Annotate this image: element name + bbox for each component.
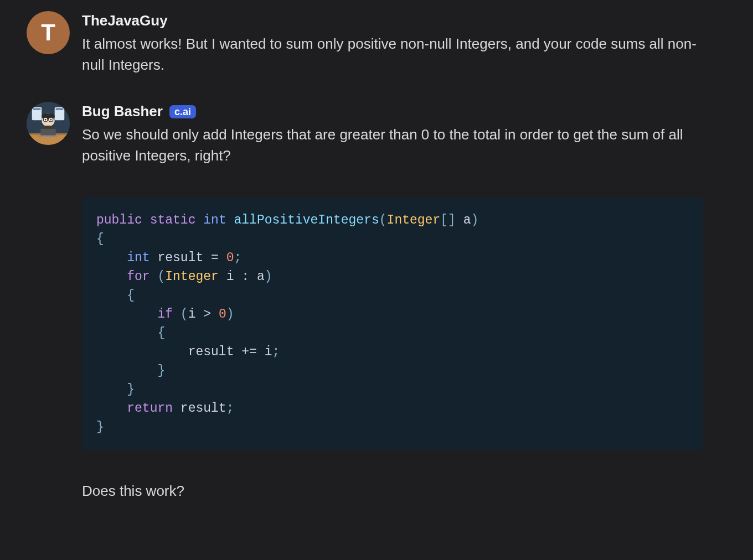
svg-rect-3 bbox=[33, 108, 41, 110]
avatar[interactable]: T bbox=[27, 11, 70, 54]
code-block[interactable]: public static int allPositiveIntegers(In… bbox=[82, 198, 703, 450]
message-header: Bug Basher c.ai bbox=[82, 103, 703, 120]
ai-badge: c.ai bbox=[169, 105, 196, 118]
avatar[interactable] bbox=[27, 102, 70, 145]
svg-point-9 bbox=[45, 119, 47, 121]
message-text: So we should only add Integers that are … bbox=[82, 125, 703, 166]
message-header: TheJavaGuy bbox=[82, 12, 703, 29]
chat-message: Bug Basher c.ai So we should only add In… bbox=[27, 102, 703, 501]
svg-point-10 bbox=[50, 119, 51, 121]
svg-rect-15 bbox=[38, 136, 58, 137]
username[interactable]: TheJavaGuy bbox=[82, 12, 168, 29]
code-content: public static int allPositiveIntegers(In… bbox=[96, 211, 689, 437]
svg-rect-14 bbox=[40, 129, 55, 137]
bot-avatar-icon bbox=[27, 102, 70, 145]
chat-message: T TheJavaGuy It almost works! But I want… bbox=[27, 11, 703, 75]
avatar-initial: T bbox=[41, 19, 55, 46]
message-body: TheJavaGuy It almost works! But I wanted… bbox=[82, 11, 703, 75]
message-text-after: Does this work? bbox=[82, 481, 703, 502]
message-body: Bug Basher c.ai So we should only add In… bbox=[82, 102, 703, 501]
svg-rect-4 bbox=[56, 108, 64, 110]
username[interactable]: Bug Basher bbox=[82, 103, 163, 120]
message-text: It almost works! But I wanted to sum onl… bbox=[82, 34, 703, 75]
